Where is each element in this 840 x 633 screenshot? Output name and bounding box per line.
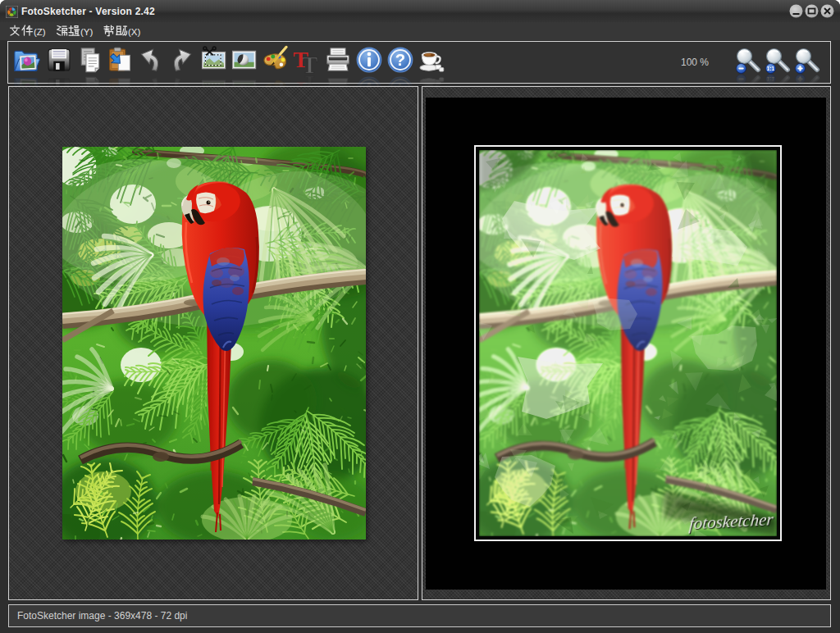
svg-text:(X): (X) bbox=[128, 27, 141, 37]
svg-text:1:1: 1:1 bbox=[767, 66, 775, 71]
svg-text:?: ? bbox=[395, 51, 405, 69]
svg-text:T: T bbox=[293, 47, 308, 72]
svg-text:(Z): (Z) bbox=[34, 27, 46, 37]
svg-text:(Y): (Y) bbox=[80, 27, 94, 37]
